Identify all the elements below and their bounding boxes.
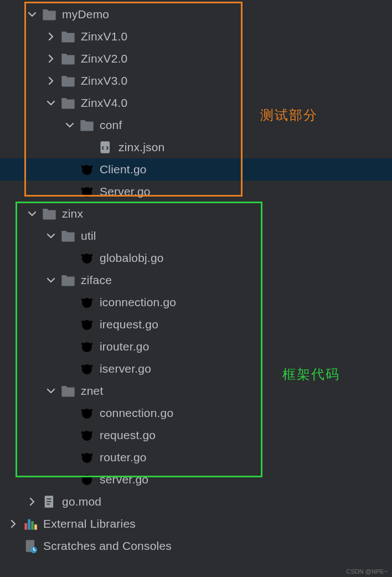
tree-folder-mydemo[interactable]: myDemo	[0, 3, 392, 25]
go-file-icon	[80, 295, 94, 310]
go-file-icon	[80, 339, 94, 354]
folder-icon	[61, 51, 75, 66]
tree-folder-zinxv1[interactable]: ZinxV1.0	[0, 25, 392, 48]
tree-label: globalobj.go	[100, 251, 164, 265]
chevron-down-icon[interactable]	[44, 96, 58, 110]
folder-icon	[80, 118, 94, 132]
tree-file-zinx-json[interactable]: zinx.json	[0, 136, 392, 158]
tree-folder-znet[interactable]: znet	[0, 380, 392, 402]
tree-folder-util[interactable]: util	[0, 225, 392, 247]
tree-file-iserver[interactable]: iserver.go	[0, 358, 392, 380]
chevron-right-icon[interactable]	[44, 30, 58, 43]
json-file-icon	[99, 140, 113, 154]
folder-icon	[42, 207, 56, 221]
chevron-down-icon[interactable]	[44, 384, 58, 398]
tree-file-connection[interactable]: connection.go	[0, 402, 392, 424]
go-file-icon	[80, 472, 94, 487]
chevron-right-icon[interactable]	[44, 52, 58, 65]
tree-label: go.mod	[62, 495, 101, 508]
folder-icon	[61, 74, 75, 88]
libraries-icon	[23, 517, 38, 531]
tree-label: connection.go	[100, 406, 173, 420]
tree-folder-zinxv3[interactable]: ZinxV3.0	[0, 70, 392, 92]
tree-file-request[interactable]: request.go	[0, 424, 392, 446]
tree-file-server-go-cap[interactable]: Server.go	[0, 181, 392, 203]
tree-label: myDemo	[62, 8, 109, 21]
tree-label: ZinxV1.0	[81, 30, 127, 43]
tree-label: ZinxV2.0	[81, 52, 127, 65]
chevron-right-icon[interactable]	[7, 517, 20, 530]
tree-label: server.go	[100, 473, 148, 486]
tree-label: External Libraries	[43, 517, 136, 530]
tree-label: ZinxV4.0	[81, 96, 127, 110]
tree-label: ziface	[81, 274, 112, 287]
go-file-icon	[80, 450, 94, 465]
chevron-right-icon[interactable]	[44, 74, 58, 87]
tree-file-globalobj[interactable]: globalobj.go	[0, 247, 392, 269]
tree-folder-zinxv4[interactable]: ZinxV4.0	[0, 92, 392, 114]
chevron-right-icon[interactable]	[25, 495, 39, 508]
tree-label: util	[81, 229, 96, 243]
go-file-icon	[80, 317, 94, 332]
folder-icon	[42, 7, 56, 22]
chevron-down-icon[interactable]	[25, 8, 39, 21]
tree-file-server-go[interactable]: server.go	[0, 468, 392, 491]
go-file-icon	[80, 406, 94, 420]
tree-file-go-mod[interactable]: go.mod	[0, 491, 392, 513]
tree-label: irequest.go	[100, 318, 158, 331]
tree-file-client-go[interactable]: Client.go	[0, 158, 392, 181]
folder-icon	[61, 384, 75, 398]
scratches-icon	[23, 539, 38, 553]
go-file-icon	[80, 184, 94, 199]
tree-folder-zinxv2[interactable]: ZinxV2.0	[0, 48, 392, 70]
folder-icon	[61, 273, 75, 287]
folder-icon	[61, 29, 75, 44]
tree-label: ZinxV3.0	[81, 74, 127, 87]
tree-label: request.go	[100, 429, 156, 442]
folder-icon	[61, 96, 75, 110]
tree-label: zinx.json	[118, 141, 165, 154]
project-tree: myDemo ZinxV1.0 ZinxV2.0 ZinxV3.0 ZinxV4…	[0, 0, 392, 557]
tree-label: irouter.go	[100, 340, 149, 353]
chevron-down-icon[interactable]	[44, 274, 58, 287]
tree-label: Scratches and Consoles	[43, 539, 172, 553]
tree-folder-conf[interactable]: conf	[0, 114, 392, 136]
go-file-icon	[80, 428, 94, 442]
tree-label: Server.go	[100, 185, 151, 198]
go-file-icon	[80, 251, 94, 265]
chevron-down-icon[interactable]	[44, 229, 58, 243]
tree-folder-ziface[interactable]: ziface	[0, 269, 392, 291]
tree-external-libraries[interactable]: External Libraries	[0, 513, 392, 535]
watermark: CSDN @NPE~	[347, 568, 388, 575]
file-icon	[42, 494, 56, 509]
tree-file-irequest[interactable]: irequest.go	[0, 313, 392, 336]
tree-label: router.go	[100, 451, 147, 464]
chevron-down-icon[interactable]	[63, 119, 76, 132]
tree-label: znet	[81, 384, 104, 398]
tree-scratches-consoles[interactable]: Scratches and Consoles	[0, 535, 392, 557]
go-file-icon	[80, 162, 94, 177]
chevron-down-icon[interactable]	[25, 207, 39, 220]
tree-folder-zinx[interactable]: zinx	[0, 203, 392, 225]
go-file-icon	[80, 362, 94, 376]
tree-label: zinx	[62, 207, 83, 220]
tree-label: conf	[100, 119, 122, 132]
tree-file-iconnection[interactable]: iconnection.go	[0, 291, 392, 313]
tree-label: iserver.go	[100, 362, 151, 375]
tree-file-irouter[interactable]: irouter.go	[0, 336, 392, 358]
tree-file-router[interactable]: router.go	[0, 446, 392, 468]
tree-label: Client.go	[100, 163, 147, 176]
tree-label: iconnection.go	[100, 296, 176, 309]
folder-icon	[61, 229, 75, 243]
